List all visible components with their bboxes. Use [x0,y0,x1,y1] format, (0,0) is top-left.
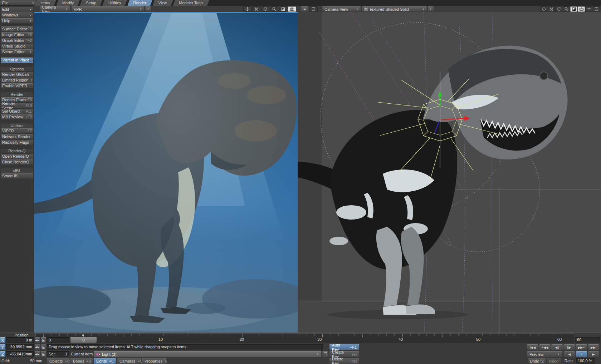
undo-button[interactable]: Undo^Z [528,358,546,364]
auto-key-button[interactable]: Auto Key+F1 [329,344,359,350]
network-render-button[interactable]: Network Render [1,134,33,139]
next-frame-button[interactable]: ||▶ [563,344,575,350]
tab-view[interactable]: View [153,0,172,6]
bones-button[interactable]: Bones+B [70,358,93,364]
y-axis-button[interactable]: Y [0,344,5,350]
maximize-viewport-icon[interactable] [570,6,577,12]
current-item-dropdown[interactable]: Light (3) ▼ [94,351,321,357]
play-reverse-button[interactable]: ◀ [564,351,575,357]
previous-key-button[interactable]: +◀◀ [539,344,551,350]
end-frame-field[interactable]: 60 [575,337,600,343]
limited-region-button[interactable]: Limited Regionl [1,78,33,83]
tab-utilities[interactable]: Utilities [103,0,126,6]
objects-button[interactable]: Objects+O [47,358,69,364]
mb-preview-button[interactable]: MB Preview+F9 [1,114,33,119]
preview-dropdown[interactable]: Preview▼ [527,351,562,357]
graph-editor-button[interactable]: Graph Editor^F2 [1,38,33,43]
viper-button[interactable]: VIPERF7 [1,128,33,133]
pan-view-icon[interactable] [252,6,260,12]
previous-frame-button[interactable]: ◀|| [551,344,563,350]
play-button[interactable]: ▶ [588,351,599,357]
tab-render[interactable]: Render [128,0,151,6]
camera-view-icon[interactable] [578,6,585,12]
parent-in-place-button[interactable]: Parent in Place [1,58,33,63]
frame-slider[interactable]: 0 [70,337,97,343]
grid-label: Grid: [1,358,10,364]
scene-editor-button[interactable]: Scene Editor▼ [1,49,33,54]
timeline-ruler[interactable]: 10 20 30 40 50 60 ▲ 0 [35,334,574,343]
viewport-right-view-dropdown[interactable]: Camera View▼ [322,6,361,11]
virtual-studio-button[interactable]: Virtual Studio [1,44,33,49]
image-editor-button[interactable]: Image EditorF6 [1,32,33,37]
timeline-tick: 10 [158,337,163,341]
z-envelope-button[interactable]: E [41,351,46,357]
current-item-label: Current Item [71,351,93,357]
edit-menu-button[interactable]: Edit▼ [1,7,33,12]
y-envelope-button[interactable]: E [41,344,46,350]
y-stepper[interactable]: ◀▶ [35,344,40,350]
zoom-view-icon[interactable] [270,6,278,12]
lights-button[interactable]: Lights+L [94,358,116,364]
viewport-right-extra-dropdown[interactable]: ▼ [428,6,434,11]
viewport-left-extra-dropdown[interactable]: ▼ [145,6,151,11]
go-to-start-button[interactable]: |◀◀ [527,344,538,350]
tab-setup[interactable]: Setup [81,0,101,6]
cameras-button[interactable]: Cameras+C [117,358,141,364]
frame-field[interactable]: 0 [47,337,69,343]
viewport-left: Camera View▼ VPR▼ ▼ [34,6,298,333]
viewport-right-mode-dropdown[interactable]: T Textured Shaded Solid▼ [362,6,427,11]
sel-count-field[interactable]: Sel: 1 [47,351,69,357]
windows-menu-button[interactable]: Windows▼ [1,13,33,18]
viewport-left-mode-dropdown[interactable]: VPR▼ [72,6,144,11]
help-menu-button[interactable]: Help▼ [1,18,33,23]
zoom-view-icon[interactable] [563,6,570,12]
move-view-icon[interactable] [540,6,547,12]
render-scene-button[interactable]: Render SceneF10 [1,103,33,108]
sel-label: Sel: [49,352,55,356]
viewport-right: ≡ Camera View▼ T Textured Shaded Solid▼ … [298,6,601,333]
file-menu-button[interactable]: File ▼ [0,0,36,5]
surface-editor-button[interactable]: Surface EditorF5 [1,26,33,31]
move-view-icon[interactable] [243,6,251,12]
properties-button[interactable]: Propertiesp [142,358,166,364]
close-renderq-button[interactable]: Close RenderQ [1,159,33,164]
radiosity-flags-button[interactable]: Radiosity Flags [1,140,33,145]
next-key-button[interactable]: ▶▶+ [576,344,587,350]
rate-field[interactable]: 100.0 % [576,358,595,364]
maximize-viewport-icon[interactable] [279,6,287,12]
pan-view-icon[interactable] [548,6,555,12]
delete-key-button[interactable]: Delete Keydel [329,358,359,364]
x-stepper[interactable]: ◀▶ [35,337,40,343]
chevron-down-icon: ▼ [317,353,319,355]
pause-button[interactable]: || [576,351,587,357]
smart-ibl-button[interactable]: Smart IBL [1,173,33,178]
chevron-down-icon: ▼ [63,8,68,10]
chevron-down-icon: ▼ [353,8,358,10]
open-renderq-button[interactable]: Open RenderQ [1,154,33,159]
render-globals-button[interactable]: Render Globals [1,72,33,77]
go-to-end-button[interactable]: ▶▶| [588,344,599,350]
rotate-view-icon[interactable] [261,6,269,12]
y-value-field[interactable]: 39.9992 mm [6,344,34,350]
create-key-button[interactable]: Create Keyret [329,351,359,357]
viewport-menu-icon[interactable]: ≡ [301,6,308,11]
z-stepper[interactable]: ◀▶ [35,351,40,357]
rotate-view-icon[interactable] [555,6,562,12]
item-list-button[interactable] [322,351,328,357]
z-axis-button[interactable]: Z [0,351,5,357]
viewport-panes-icon[interactable] [309,6,318,12]
vpr-render-canvas[interactable] [34,13,298,333]
x-value-field[interactable]: 0 m [6,337,34,343]
tab-modeler-tools[interactable]: Modeler Tools [174,0,208,6]
panes-icon[interactable] [593,6,600,12]
redo-button[interactable]: Redo [547,358,561,364]
viewport-left-view-dropdown[interactable]: Camera View▼ [40,6,70,11]
menu-icon[interactable] [585,6,592,12]
x-envelope-button[interactable]: E [41,337,46,343]
enable-viper-button[interactable]: Enable VIPER [1,83,33,88]
z-value-field[interactable]: -65.0419mm [6,351,34,357]
sel-object-button[interactable]: Sel ObjectF11 [1,109,33,114]
x-axis-button[interactable]: X [0,337,5,343]
camera-view-icon[interactable] [288,6,296,12]
opengl-canvas[interactable] [298,12,601,333]
